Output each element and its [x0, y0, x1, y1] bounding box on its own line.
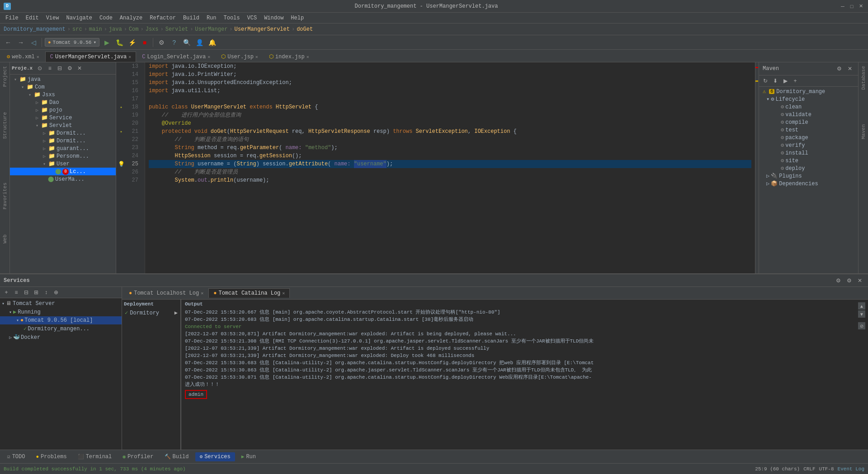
- maven-project[interactable]: ⚠ 6 Dormitory_mange: [759, 88, 858, 95]
- breadcrumb-main[interactable]: main: [89, 26, 102, 33]
- svc-tomcat-local[interactable]: ▾ ● Tomcat 9.0.56 [local]: [0, 316, 122, 324]
- run-button[interactable]: ▶: [101, 37, 112, 48]
- tree-pojo[interactable]: ▷ 📁 pojo: [10, 106, 116, 114]
- svc-tab-catalina-log[interactable]: ● Tomcat Catalina Log ✕: [208, 288, 290, 298]
- menu-edit[interactable]: Edit: [22, 14, 42, 22]
- maven-add-btn[interactable]: +: [791, 76, 800, 85]
- svc-tomcat-server[interactable]: ▾ 🖥 Tomcat Server: [0, 299, 122, 308]
- tree-servlet[interactable]: ▾ 📁 Servlet: [10, 122, 116, 129]
- maven-clean[interactable]: ⚙ clean: [759, 103, 858, 111]
- tree-dormit1[interactable]: ▷ 📁 Dormit...: [10, 129, 116, 137]
- scroll-up-btn[interactable]: ▲: [858, 302, 865, 310]
- maven-verify[interactable]: ⚙ verify: [759, 141, 858, 149]
- maven-validate[interactable]: ⚙ validate: [759, 111, 858, 118]
- menu-navigate[interactable]: Navigate: [62, 14, 96, 22]
- maven-site[interactable]: ⚙ site: [759, 157, 858, 164]
- output-panel[interactable]: Output 07-Dec-2022 15:53:20.667 信息 [main…: [181, 300, 868, 450]
- tab-webxml[interactable]: ⚙ web.xml ✕: [2, 51, 44, 62]
- tree-guarant[interactable]: ▷ 📁 guarant...: [10, 145, 116, 152]
- breadcrumb-jsxs[interactable]: Jsxs: [146, 26, 159, 33]
- breadcrumb-class[interactable]: UserMangerServlet: [235, 26, 290, 33]
- tree-personm[interactable]: ▷ 📁 Personm...: [10, 152, 116, 160]
- tree-com[interactable]: ▾ 📁 Com: [10, 83, 116, 91]
- maven-settings-btn[interactable]: ⚙: [835, 64, 844, 73]
- run-coverage-button[interactable]: ⚡: [127, 37, 137, 48]
- tab-indexjsp-close[interactable]: ✕: [307, 54, 309, 60]
- forward-button[interactable]: →: [15, 37, 26, 48]
- menu-vcs[interactable]: VCS: [244, 14, 261, 22]
- tab-userjsp-close[interactable]: ✕: [255, 54, 258, 60]
- notifications-button[interactable]: 🔔: [207, 37, 217, 48]
- menu-run[interactable]: Run: [203, 14, 220, 22]
- tab-usermangerservlet-close[interactable]: ✕: [128, 54, 131, 60]
- menu-analyze[interactable]: Analyze: [116, 14, 146, 22]
- profile-button[interactable]: 👤: [194, 37, 205, 48]
- panel-settings-btn[interactable]: ⚙: [834, 276, 843, 285]
- svc-filter-btn[interactable]: ⊞: [32, 288, 41, 297]
- svc-tab-catalina-log-close[interactable]: ✕: [282, 291, 285, 296]
- clear-output-btn[interactable]: ⊘: [858, 322, 865, 329]
- tree-dormit2[interactable]: ▷ 📁 Dormit...: [10, 137, 116, 145]
- menu-build[interactable]: Build: [179, 14, 203, 22]
- tree-user[interactable]: ▾ 📁 User: [10, 160, 116, 168]
- tomcat-selector[interactable]: ● Tomcat 9.0.56 ▾: [45, 38, 99, 47]
- sidebar-collapse-btn[interactable]: ≡: [45, 64, 54, 73]
- tree-dao[interactable]: ▷ 📁 Dao: [10, 99, 116, 106]
- sidebar-expand-btn[interactable]: ⊟: [55, 64, 64, 73]
- stop-button[interactable]: ■: [139, 37, 150, 48]
- event-log-btn[interactable]: Event Log: [838, 466, 864, 472]
- menu-file[interactable]: File: [2, 14, 22, 22]
- tab-loginservlet[interactable]: C Login_Servlet.java ✕: [137, 52, 215, 62]
- deployment-dormitory[interactable]: ✓ Dormitory ▶: [124, 309, 179, 317]
- sidebar-sync-btn[interactable]: ⊙: [35, 64, 44, 73]
- panel-gear-btn[interactable]: ⚙: [844, 276, 854, 285]
- svc-sort-btn[interactable]: ↕: [42, 288, 51, 297]
- maven-deploy[interactable]: ⚙ deploy: [759, 164, 858, 172]
- maven-package[interactable]: ⚙ package: [759, 134, 858, 141]
- breadcrumb-java[interactable]: java: [109, 26, 122, 33]
- svc-tab-server-log-close[interactable]: ✕: [201, 291, 203, 296]
- menu-view[interactable]: View: [42, 14, 63, 22]
- menu-refactor[interactable]: Refactor: [146, 14, 179, 22]
- maven-close-btn[interactable]: ✕: [845, 64, 854, 73]
- code-editor[interactable]: ✦ ✦ 💡 13 14 15 16 17: [116, 62, 759, 273]
- breadcrumb-project[interactable]: Dormitory_mangement: [4, 26, 66, 33]
- menu-code[interactable]: Code: [96, 14, 116, 22]
- bottom-tab-profiler[interactable]: ◉ Profiler: [118, 452, 158, 461]
- svc-tab-server-log[interactable]: ● Tomcat Localhost Log ✕: [124, 288, 208, 298]
- maven-plugins-item[interactable]: ▷ 🔌 Plugins: [759, 172, 858, 180]
- bottom-tab-services[interactable]: ⚙ Services: [195, 452, 235, 461]
- tab-loginservlet-close[interactable]: ✕: [208, 54, 210, 60]
- bottom-tab-run[interactable]: ▶ Run: [237, 452, 260, 461]
- tree-java[interactable]: ▾ 📁 java: [10, 75, 116, 83]
- project-tab[interactable]: Project: [1, 64, 9, 89]
- maven-tab-vert[interactable]: Maven: [860, 122, 867, 141]
- bottom-tab-todo[interactable]: ☑ TODO: [3, 452, 29, 461]
- minimize-button[interactable]: ─: [839, 3, 846, 10]
- tree-jsxs[interactable]: ▾ 📁 Jsxs: [10, 91, 116, 99]
- maven-run-btn[interactable]: ▶: [781, 76, 790, 85]
- tree-lc[interactable]: ⬤ 8 Lc...: [10, 168, 116, 175]
- svc-running[interactable]: ▾ ▶ Running: [0, 308, 122, 316]
- svc-expand-btn[interactable]: ⊟: [22, 288, 31, 297]
- svc-group-btn[interactable]: ⊕: [52, 288, 61, 297]
- breadcrumb-usermanger[interactable]: UserManger: [195, 26, 227, 33]
- sidebar-settings-btn[interactable]: ⚙: [65, 64, 74, 73]
- structure-tab[interactable]: Structure: [1, 110, 9, 141]
- tab-userjsp[interactable]: ⬡ User.jsp ✕: [216, 51, 263, 62]
- tab-usermangerservlet[interactable]: C UserMangerServlet.java ✕: [45, 52, 137, 62]
- maximize-button[interactable]: □: [848, 3, 855, 10]
- help-button[interactable]: ?: [169, 37, 179, 48]
- database-tab[interactable]: Database: [860, 64, 867, 92]
- nav-back-button[interactable]: ◁: [28, 37, 39, 48]
- maven-test[interactable]: ⚙ test: [759, 126, 858, 134]
- menu-window[interactable]: Window: [260, 14, 287, 22]
- svc-dormitory-deployment[interactable]: ✓ Dormitory_mangen...: [0, 324, 122, 333]
- breadcrumb-servlet[interactable]: Servlet: [165, 26, 188, 33]
- back-button[interactable]: ←: [3, 37, 14, 48]
- debug-button[interactable]: 🐛: [114, 37, 125, 48]
- tab-indexjsp[interactable]: ⬡ index.jsp ✕: [264, 51, 314, 62]
- breadcrumb-method[interactable]: doGet: [297, 26, 313, 33]
- breadcrumb-com[interactable]: Com: [129, 26, 139, 33]
- maven-refresh-btn[interactable]: ↻: [761, 76, 770, 85]
